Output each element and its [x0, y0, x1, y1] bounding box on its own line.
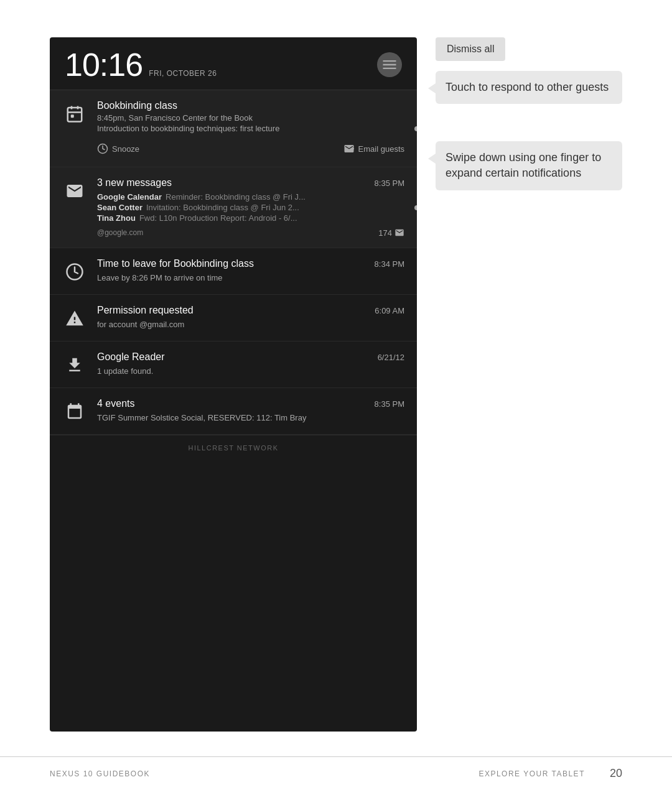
warning-icon [65, 309, 84, 328]
main-content: 10:16 FRI, OCTOBER 26 [0, 0, 672, 756]
notification-reader[interactable]: Google Reader 6/21/12 1 update found. [50, 342, 417, 388]
notif-icon-warning [62, 306, 87, 331]
leave-time: 8:34 PM [375, 259, 404, 269]
sender-name-3: Tina Zhou [97, 213, 136, 223]
permission-title: Permission requested [97, 305, 194, 316]
leave-header-row: Time to leave for Bookbinding class 8:34… [97, 258, 404, 271]
notif-icon-reader [62, 353, 87, 378]
notification-email[interactable]: 3 new messages 8:35 PM Google Calendar R… [50, 167, 417, 248]
permission-time: 6:09 AM [375, 306, 404, 315]
notif-actions-bookbinding: Snooze Email guests [97, 141, 404, 157]
permission-header-row: Permission requested 6:09 AM [97, 305, 404, 318]
notif-content-leave: Time to leave for Bookbinding class 8:34… [97, 258, 404, 284]
email-guests-button[interactable]: Email guests [343, 141, 404, 157]
dot-connector-1 [414, 126, 417, 131]
sender-preview-3: Fwd: L10n Production Report: Android - 6… [139, 213, 297, 223]
snooze-button[interactable]: Snooze [97, 141, 139, 157]
notif-icon-clock [62, 259, 87, 284]
notif-content-reader: Google Reader 6/21/12 1 update found. [97, 351, 404, 377]
notification-leave[interactable]: Time to leave for Bookbinding class 8:34… [50, 248, 417, 295]
footer-left: NEXUS 10 GUIDEBOOK [50, 769, 150, 778]
footer-center: EXPLORE YOUR TABLET [478, 769, 585, 778]
notif-subtitle2-bookbinding: Introduction to bookbinding techniques: … [97, 124, 404, 133]
email-count-icon [394, 228, 404, 238]
email-sender-1: Google Calendar Reminder: Bookbinding cl… [97, 192, 404, 202]
callout-swipe: Swipe down using one finger to expand ce… [436, 141, 622, 190]
reader-header-row: Google Reader 6/21/12 [97, 351, 404, 365]
notif-content-events: 4 events 8:35 PM TGIF Summer Solstice So… [97, 398, 404, 424]
callout-spacer [436, 116, 622, 141]
sender-name-2: Sean Cotter [97, 203, 142, 212]
email-sender-2: Sean Cotter Invitation: Bookbinding clas… [97, 203, 404, 212]
notif-icon-calendar [62, 101, 87, 126]
footer-right: EXPLORE YOUR TABLET 20 [478, 767, 622, 780]
events-subtitle: TGIF Summer Solstice Social, RESERVED: 1… [97, 413, 404, 422]
notif-icon-email [62, 179, 87, 203]
svg-rect-1 [71, 114, 74, 118]
leave-title: Time to leave for Bookbinding class [97, 258, 254, 269]
email-count: 174 [378, 228, 404, 238]
notif-title-bookbinding: Bookbinding class [97, 100, 404, 111]
snooze-label: Snooze [112, 144, 139, 154]
panel-header: 10:16 FRI, OCTOBER 26 [50, 37, 417, 90]
events-time: 8:35 PM [375, 399, 404, 409]
email-account: @google.com [97, 228, 143, 237]
reader-time: 6/21/12 [378, 353, 404, 362]
events-title: 4 events [97, 398, 134, 409]
snooze-icon [97, 143, 108, 154]
notif-content-bookbinding: Bookbinding class 8:45pm, San Francisco … [97, 100, 404, 157]
email-footer: @google.com 174 [97, 228, 404, 238]
reader-subtitle: 1 update found. [97, 366, 404, 376]
notif-content-permission: Permission requested 6:09 AM for account… [97, 305, 404, 330]
calendar-icon [65, 105, 84, 123]
calendar2-icon [65, 402, 84, 421]
clock-icon [65, 263, 84, 281]
permission-subtitle: for account @gmail.com [97, 320, 404, 329]
clock-time: 10:16 [65, 49, 142, 81]
footer-page: 20 [610, 767, 622, 780]
clock-date: FRI, OCTOBER 26 [149, 69, 217, 78]
email-guests-icon [343, 143, 355, 154]
callout-area: Dismiss all Touch to respond to other gu… [436, 37, 622, 732]
time-block: 10:16 FRI, OCTOBER 26 [65, 49, 217, 81]
notif-subtitle1-bookbinding: 8:45pm, San Francisco Center for the Boo… [97, 113, 404, 123]
notification-permission[interactable]: Permission requested 6:09 AM for account… [50, 295, 417, 342]
notif-content-email: 3 new messages 8:35 PM Google Calendar R… [97, 177, 404, 238]
email-sender-3: Tina Zhou Fwd: L10n Production Report: A… [97, 213, 404, 223]
email-time: 8:35 PM [375, 179, 404, 188]
sender-preview-1: Reminder: Bookbinding class @ Fri J... [166, 192, 306, 202]
sender-preview-2: Invitation: Bookbinding class @ Fri Jun … [146, 203, 299, 212]
network-label: HILLCREST NETWORK [50, 435, 417, 460]
dismiss-all-button[interactable]: Dismiss all [436, 37, 505, 61]
events-header-row: 4 events 8:35 PM [97, 398, 404, 411]
notification-panel: 10:16 FRI, OCTOBER 26 [50, 37, 417, 732]
email-guests-label: Email guests [358, 144, 404, 154]
sender-name-1: Google Calendar [97, 192, 162, 202]
email-icon [65, 182, 84, 200]
page-footer: NEXUS 10 GUIDEBOOK EXPLORE YOUR TABLET 2… [0, 756, 672, 790]
notif-icon-events [62, 399, 87, 424]
leave-subtitle: Leave by 8:26 PM to arrive on time [97, 273, 404, 282]
callout-touch: Touch to respond to other guests [436, 71, 622, 104]
download-icon [65, 356, 84, 374]
reader-title: Google Reader [97, 351, 165, 363]
notification-events[interactable]: 4 events 8:35 PM TGIF Summer Solstice So… [50, 388, 417, 435]
settings-button[interactable] [377, 52, 402, 77]
notification-bookbinding[interactable]: Bookbinding class 8:45pm, San Francisco … [50, 90, 417, 167]
email-header-row: 3 new messages 8:35 PM [97, 177, 404, 190]
email-title: 3 new messages [97, 177, 172, 188]
svg-rect-0 [68, 108, 82, 122]
settings-icon [381, 56, 398, 73]
dot-connector-2 [414, 205, 417, 210]
page-wrapper: 10:16 FRI, OCTOBER 26 [0, 0, 672, 790]
